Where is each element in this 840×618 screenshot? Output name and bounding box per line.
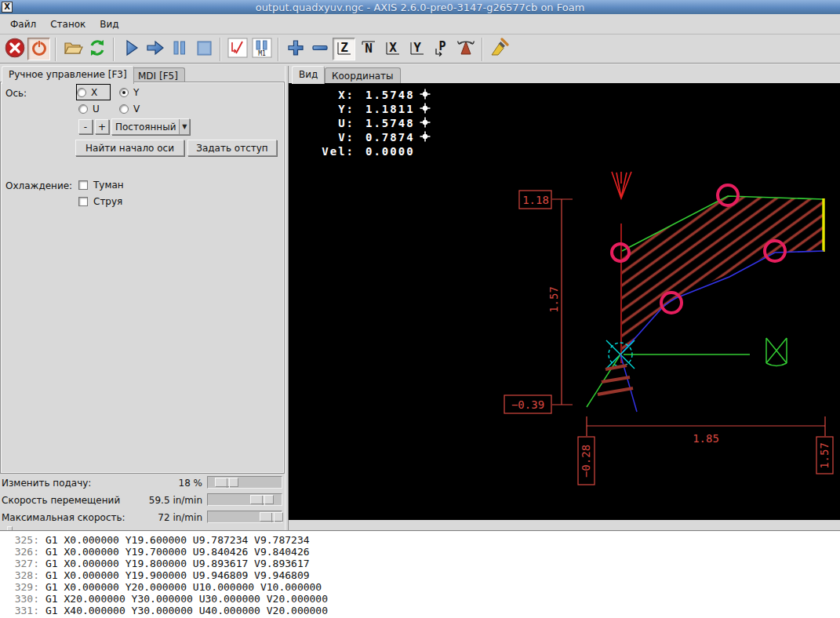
gcode-line[interactable]: 330:G1 X20.000000 Y30.000000 U30.000000 … xyxy=(5,593,840,605)
zoom-in-button[interactable] xyxy=(284,38,307,60)
readout-label: X: xyxy=(306,89,355,101)
gcode-line[interactable]: 328:G1 X0.000000 Y19.900000 U9.946809 V9… xyxy=(5,569,840,581)
menu-machine[interactable]: Станок xyxy=(43,16,93,33)
slider-thumb[interactable] xyxy=(260,512,283,522)
view-perspective-button[interactable]: P xyxy=(430,38,453,60)
home-axis-button[interactable]: Найти начало оси xyxy=(75,140,184,156)
machine-power-button[interactable] xyxy=(27,38,50,60)
reload-file-button[interactable] xyxy=(85,38,108,60)
view-z-button[interactable]: Z xyxy=(333,38,355,60)
toolbar-separator xyxy=(55,38,56,61)
jog-plus-button[interactable]: + xyxy=(95,119,109,134)
jog-mode-combobox[interactable]: Постоянный ▼ xyxy=(111,118,190,135)
coolant-label: Охлаждение: xyxy=(5,180,72,191)
radio-axis-u[interactable]: U xyxy=(78,101,111,116)
run-button[interactable] xyxy=(119,38,142,60)
jog-speed-slider[interactable] xyxy=(207,493,282,506)
jog-minus-button[interactable]: - xyxy=(78,119,93,134)
view-z-rotated-button[interactable]: N xyxy=(357,38,380,60)
title-bar[interactable]: X output.quadxyuv.ngc - AXIS 2.6.0-pre0-… xyxy=(0,0,840,14)
touch-off-button[interactable]: Задать отступ xyxy=(187,140,277,156)
checkbox-flood[interactable]: Струя xyxy=(78,196,122,207)
view-y-icon: Y xyxy=(408,38,427,60)
tab-mdi[interactable]: MDI [F5] xyxy=(131,67,185,84)
clear-plot-button[interactable] xyxy=(488,38,511,60)
view-x-button[interactable]: X xyxy=(381,38,404,60)
max-velocity-label: Максимальная скорость: xyxy=(2,512,125,523)
dim-v-extent: 1.57 xyxy=(547,286,560,313)
slider-thumb[interactable] xyxy=(215,478,238,487)
arrow-right-icon xyxy=(145,38,165,61)
max-velocity-slider[interactable] xyxy=(207,511,282,523)
menu-view[interactable]: Вид xyxy=(93,16,125,33)
homed-crosshair-icon xyxy=(420,131,431,144)
checkbox-box xyxy=(78,197,88,206)
gcode-line[interactable]: 326:G1 X0.000000 Y19.700000 U9.840426 V9… xyxy=(5,546,840,558)
svg-text:X: X xyxy=(389,40,397,55)
gcode-text: G1 X0.000000 Y19.600000 U9.787234 V9.787… xyxy=(45,534,310,546)
radio-axis-x[interactable]: X xyxy=(77,85,110,100)
pause-icon xyxy=(170,38,189,60)
zoom-out-button[interactable] xyxy=(308,38,331,60)
gcode-line[interactable]: 329:G1 X0.000000 Y20.000000 U10.000000 V… xyxy=(5,581,840,593)
gcode-text: G1 X0.000000 Y19.800000 U9.893617 V9.893… xyxy=(45,558,310,569)
feed-override-slider[interactable] xyxy=(207,476,282,489)
gcode-line[interactable]: 327:G1 X0.000000 Y19.800000 U9.893617 V9… xyxy=(5,558,840,569)
tab-dro[interactable]: Координаты xyxy=(325,67,401,84)
homed-crosshair-icon xyxy=(420,103,431,116)
skip-lines-icon xyxy=(227,38,248,61)
dim-h-extent: 1.85 xyxy=(693,432,719,445)
rotate-view-button[interactable] xyxy=(454,38,477,60)
optional-pause-button[interactable]: M1 xyxy=(250,38,273,60)
skip-lines-button[interactable] xyxy=(226,38,249,60)
stop-button[interactable] xyxy=(192,38,215,60)
m1-pause-icon: M1 xyxy=(252,38,272,61)
window-icon: X xyxy=(2,2,13,13)
machine-power-icon xyxy=(30,38,49,60)
pause-button[interactable] xyxy=(168,38,191,60)
jog-mode-value: Постоянный xyxy=(112,122,179,133)
open-folder-icon xyxy=(63,38,83,61)
open-file-button[interactable] xyxy=(61,38,84,60)
estop-button[interactable] xyxy=(3,38,26,60)
plus-icon xyxy=(286,38,305,60)
radio-axis-v[interactable]: V xyxy=(119,101,152,116)
readout-label: Vel: xyxy=(306,145,355,158)
gcode-line[interactable]: 325:G1 X0.000000 Y19.600000 U9.787234 V9… xyxy=(5,534,840,546)
radio-dot xyxy=(119,104,129,114)
readout-row-u: U: 1.5748 xyxy=(306,116,431,130)
gcode-lineno: 331: xyxy=(5,605,39,616)
svg-text:M1: M1 xyxy=(258,50,266,57)
radio-axis-y[interactable]: Y xyxy=(119,85,152,100)
foam-cut-hatching xyxy=(612,180,839,369)
readout-row-y: Y: 1.1811 xyxy=(306,102,431,116)
gcode-text: G1 X0.000000 Y19.700000 U9.840426 V9.840… xyxy=(45,546,310,558)
homed-crosshair-icon xyxy=(420,117,431,130)
svg-text:Y: Y xyxy=(413,40,421,55)
rotate-cone-icon xyxy=(456,38,476,61)
tab-preview[interactable]: Вид xyxy=(292,66,325,84)
radio-label-v: V xyxy=(133,104,140,115)
toolbar-separator xyxy=(278,38,279,61)
checkbox-mist[interactable]: Туман xyxy=(78,180,124,191)
gcode-lineno: 330: xyxy=(5,593,39,605)
view-y-button[interactable]: Y xyxy=(405,38,428,60)
axis-label: Ось: xyxy=(5,88,27,99)
slider-thumb[interactable] xyxy=(250,495,274,504)
readout-row-vel: Vel: 0.0000 xyxy=(306,144,431,158)
reload-icon xyxy=(87,38,107,61)
combobox-arrow-icon[interactable]: ▼ xyxy=(179,119,189,134)
gcode-lineno: 329: xyxy=(5,581,39,593)
run-from-line-button[interactable] xyxy=(144,38,166,60)
window-title: output.quadxyuv.ngc - AXIS 2.6.0-pre0-31… xyxy=(0,2,840,13)
dim-v-top: 1.18 xyxy=(522,194,549,206)
readout-value: 1.1811 xyxy=(365,103,415,115)
gcode-line[interactable]: 331:G1 X40.000000 Y30.000000 U40.000000 … xyxy=(5,605,840,616)
gcode-lineno: 328: xyxy=(5,569,39,581)
menu-bar: Файл Станок Вид xyxy=(0,14,840,35)
position-readout: X: 1.5748 Y: 1.1811 U: 1.5748 V: 0.7874 … xyxy=(306,88,431,158)
gcode-listing[interactable]: 325:G1 X0.000000 Y19.600000 U9.787234 V9… xyxy=(0,532,840,618)
toolbar-separator xyxy=(113,38,115,61)
menu-file[interactable]: Файл xyxy=(3,16,43,33)
tab-manual-control[interactable]: Ручное управление [F3] xyxy=(2,66,134,84)
